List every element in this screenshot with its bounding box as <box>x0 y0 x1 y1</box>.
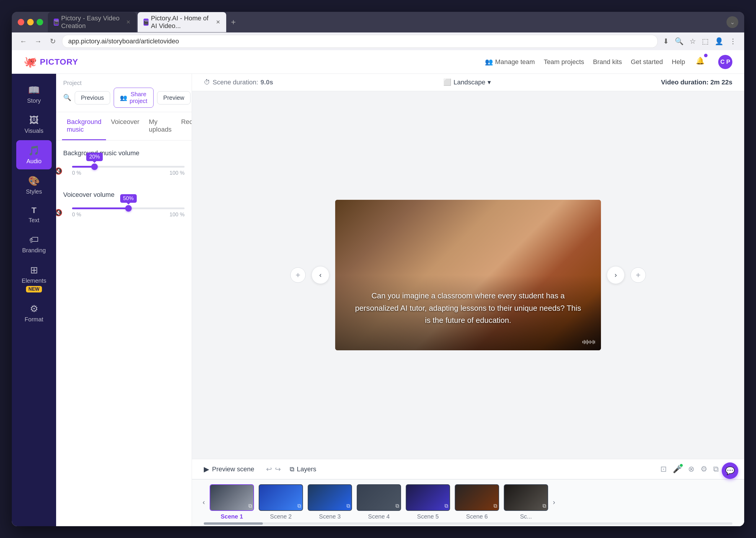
timeline: ‹ ⧉ Scene 1 <box>192 479 744 526</box>
browser-window: 🎬 Pictory - Easy Video Creation ✕ 🎬 Pict… <box>12 12 744 526</box>
scene-thumb-4[interactable]: ⧉ <box>357 484 401 511</box>
profile-icon[interactable]: 👤 <box>713 35 725 47</box>
story-icon: 📖 <box>28 84 40 96</box>
brand-kits-link[interactable]: Brand kits <box>593 55 622 69</box>
search-project-icon[interactable]: 🔍 <box>63 94 71 101</box>
preview-button[interactable]: Preview <box>157 91 191 104</box>
video-gradient-overlay <box>335 200 601 350</box>
orientation-selector[interactable]: ⬜ Landscape ▾ <box>443 79 491 86</box>
team-projects-link[interactable]: Team projects <box>544 55 584 69</box>
chevron-down-icon: ▾ <box>488 79 491 86</box>
sidebar-item-elements[interactable]: ⊞ Elements NEW <box>16 260 52 297</box>
canvas-next-button[interactable]: › <box>607 266 624 284</box>
timeline-scene-5[interactable]: ⧉ Scene 5 <box>406 484 450 520</box>
captions-tool-button[interactable]: ⊡ <box>660 464 667 474</box>
sidebar-item-format[interactable]: ⚙ Format <box>16 298 52 328</box>
bg-music-thumb[interactable]: 20% <box>91 164 98 170</box>
sidebar-item-audio[interactable]: 🎵 Audio <box>16 140 52 169</box>
sidebar-item-visuals[interactable]: 🖼 Visuals <box>16 110 52 139</box>
scene-thumb-2[interactable]: ⧉ <box>259 484 303 511</box>
canvas-prev-button[interactable]: ‹ <box>312 266 329 284</box>
screen-record-tool-button[interactable]: ⊗ <box>688 464 695 474</box>
address-bar[interactable]: app.pictory.ai/storyboard/articletovideo <box>62 35 658 48</box>
tab-my-uploads[interactable]: My uploads <box>144 112 176 140</box>
preview-scene-button[interactable]: ▶ Preview scene <box>204 465 254 473</box>
more-icon[interactable]: ⋮ <box>727 35 738 47</box>
close-window-btn[interactable] <box>18 19 24 26</box>
voiceover-mute-icon[interactable]: 🔇 <box>56 209 62 217</box>
help-link[interactable]: Help <box>672 55 685 69</box>
scene-6-label: Scene 6 <box>466 513 488 520</box>
browser-tab-1[interactable]: 🎬 Pictory - Easy Video Creation ✕ <box>48 12 137 32</box>
scene-2-layers-icon: ⧉ <box>297 503 301 509</box>
sidebar-item-story[interactable]: 📖 Story <box>16 80 52 109</box>
redo-button[interactable]: ↪ <box>275 465 281 473</box>
timeline-prev-button[interactable]: ‹ <box>198 498 210 507</box>
scene-info: ⏱ Scene duration: 9.0s <box>204 79 273 86</box>
sidebar-item-styles[interactable]: 🎨 Styles <box>16 171 52 200</box>
waveform-bar-3 <box>585 341 586 344</box>
voiceover-tool-button[interactable]: 🎤 <box>673 464 682 474</box>
sidebar-item-text[interactable]: T Text <box>16 201 52 229</box>
get-started-link[interactable]: Get started <box>631 55 663 69</box>
tab-voiceover[interactable]: Voiceover <box>106 112 144 140</box>
copy-scene-button[interactable]: ⧉ <box>713 464 719 474</box>
manage-team-link[interactable]: 👥 Manage team <box>485 55 535 69</box>
timeline-scrollbar[interactable] <box>204 522 732 525</box>
scene-thumb-1[interactable]: ⧉ <box>210 484 254 511</box>
landscape-icon: ⬜ <box>443 79 451 86</box>
browser-menu[interactable]: ⌄ <box>727 16 738 28</box>
browser-tab-2[interactable]: 🎬 Pictory.AI - Home of AI Video... ✕ <box>138 12 226 32</box>
extensions-icon[interactable]: ⬚ <box>700 35 711 47</box>
video-duration: Video duration: 2m 22s <box>661 79 732 86</box>
voiceover-slider[interactable]: 50% 0 % 100 % <box>72 204 185 221</box>
timeline-scene-2[interactable]: ⧉ Scene 2 <box>259 484 303 520</box>
timeline-next-button[interactable]: › <box>548 498 560 507</box>
tab-background-music[interactable]: Background music <box>62 112 106 140</box>
minimize-window-btn[interactable] <box>27 19 34 26</box>
tab-recent[interactable]: Recent <box>176 112 192 140</box>
scene-thumb-7[interactable]: ⧉ <box>504 484 548 511</box>
scene-add-left-button[interactable]: + <box>290 267 306 283</box>
previous-button[interactable]: Previous <box>75 91 110 104</box>
scene-thumb-6[interactable]: ⧉ <box>455 484 499 511</box>
panel-area: Project Revolutionizing Education for Te… <box>56 74 192 526</box>
scene-thumb-3[interactable]: ⧉ <box>308 484 352 511</box>
refresh-button[interactable]: ↻ <box>47 36 58 47</box>
bg-music-slider[interactable]: 20% 0 % 100 % <box>72 163 185 179</box>
notification-bell[interactable]: 🔔 <box>694 55 706 69</box>
star-icon[interactable]: ☆ <box>688 35 698 47</box>
new-tab-button[interactable]: + <box>227 12 239 32</box>
forward-button[interactable]: → <box>32 36 44 47</box>
voiceover-thumb[interactable]: 50% <box>125 205 132 212</box>
tab1-close[interactable]: ✕ <box>126 19 131 26</box>
timeline-scene-4[interactable]: ⧉ Scene 4 <box>357 484 401 520</box>
user-avatar[interactable]: C P <box>718 55 732 69</box>
chat-button[interactable]: 💬 <box>722 462 738 479</box>
search-icon[interactable]: 🔍 <box>673 35 685 47</box>
tab1-favicon: 🎬 <box>54 19 59 26</box>
undo-button[interactable]: ↩ <box>266 465 272 473</box>
timeline-scene-3[interactable]: ⧉ Scene 3 <box>308 484 352 520</box>
logo-icon: 🐙 <box>24 56 37 68</box>
browser-titlebar: 🎬 Pictory - Easy Video Creation ✕ 🎬 Pict… <box>12 12 744 32</box>
timeline-scene-7[interactable]: ⧉ Sc... <box>504 484 548 520</box>
scene-add-right-button[interactable]: + <box>630 267 646 283</box>
sidebar-item-branding[interactable]: 🏷 Branding <box>16 230 52 258</box>
maximize-window-btn[interactable] <box>36 19 43 26</box>
canvas-area: ⏱ Scene duration: 9.0s ⬜ Landscape ▾ Vid… <box>192 74 744 526</box>
logo[interactable]: 🐙 PICTORY <box>24 56 78 68</box>
bg-music-mute-icon[interactable]: 🔇 <box>56 167 62 175</box>
download-icon[interactable]: ⬇ <box>661 35 670 47</box>
timeline-scene-1[interactable]: ⧉ Scene 1 <box>210 484 254 520</box>
timeline-scene-6[interactable]: ⧉ Scene 6 <box>455 484 499 520</box>
settings-tool-button[interactable]: ⚙ <box>700 464 707 474</box>
elements-new-badge: NEW <box>26 286 42 293</box>
timeline-scrollbar-thumb[interactable] <box>204 522 263 525</box>
back-button[interactable]: ← <box>18 36 29 47</box>
layers-button[interactable]: ⧉ Layers <box>290 465 316 473</box>
share-project-button[interactable]: 👥 Share project <box>114 88 153 108</box>
scene-5-thumbnail <box>406 485 449 510</box>
scene-thumb-5[interactable]: ⧉ <box>406 484 450 511</box>
tab2-close[interactable]: ✕ <box>216 19 220 26</box>
